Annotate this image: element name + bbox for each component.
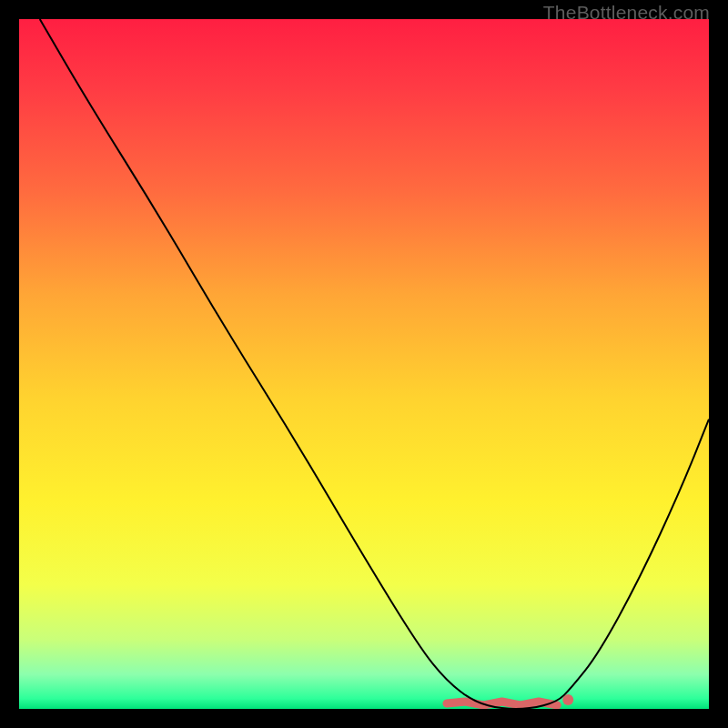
watermark-text: TheBottleneck.com — [543, 2, 710, 24]
bottleneck-chart — [19, 19, 709, 709]
gradient-background — [19, 19, 709, 709]
plot-area — [19, 19, 709, 709]
chart-frame: TheBottleneck.com — [0, 0, 728, 728]
